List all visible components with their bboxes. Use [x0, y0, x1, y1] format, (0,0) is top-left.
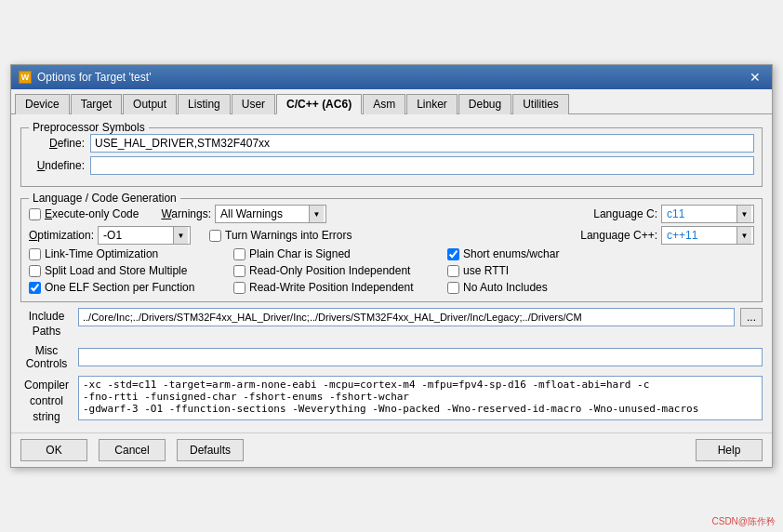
language-group-label: Language / Code Generation — [29, 192, 180, 205]
read-write-pos-label: Read-Write Position Independent — [249, 281, 414, 294]
misc-controls-input[interactable] — [78, 348, 763, 366]
tab-target[interactable]: Target — [71, 94, 122, 114]
cancel-button[interactable]: Cancel — [99, 439, 166, 461]
plain-char-input[interactable] — [233, 248, 246, 260]
undefine-input[interactable] — [90, 156, 754, 175]
optimization-row: Optimization: -O1 ▼ — [29, 226, 191, 245]
include-paths-label: IncludePaths — [20, 308, 73, 339]
window-title: Options for Target 'test' — [37, 71, 151, 84]
defaults-button[interactable]: Defaults — [177, 439, 244, 461]
watermark: CSDN@陈作矜 — [712, 515, 776, 528]
include-paths-input[interactable] — [78, 308, 735, 326]
define-input[interactable] — [90, 134, 754, 153]
no-auto-includes-input[interactable] — [447, 282, 459, 294]
one-elf-checkbox[interactable]: One ELF Section per Function — [29, 281, 215, 294]
turn-warnings-checkbox[interactable]: Turn Warnings into Errors — [209, 229, 352, 242]
tab-asm[interactable]: Asm — [363, 94, 405, 114]
lang-cpp-value: c++11 — [664, 229, 737, 242]
lang-cpp-row: Language C++: c++11 ▼ — [580, 226, 754, 245]
use-rtti-label: use RTTI — [463, 264, 509, 277]
tab-cpp-ac6[interactable]: C/C++ (AC6) — [276, 94, 362, 114]
warnings-combo-arrow: ▼ — [309, 206, 324, 222]
use-rtti-input[interactable] — [447, 265, 459, 277]
read-write-pos-checkbox[interactable]: Read-Write Position Independent — [233, 281, 429, 294]
title-bar-left: W Options for Target 'test' — [19, 71, 151, 84]
link-time-opt-checkbox[interactable]: Link-Time Optimization — [29, 247, 215, 260]
compiler-string-row: Compilercontrolstring -xc -std=c11 -targ… — [20, 376, 763, 424]
read-only-pos-checkbox[interactable]: Read-Only Position Independent — [233, 264, 429, 277]
close-button[interactable]: ✕ — [746, 70, 764, 85]
tab-linker[interactable]: Linker — [406, 94, 458, 114]
include-paths-browse-button[interactable]: ... — [740, 308, 763, 326]
execute-only-input[interactable] — [29, 208, 41, 220]
lang-cpp-label: Language C++: — [580, 229, 657, 242]
short-enums-checkbox[interactable]: Short enums/wchar — [447, 247, 754, 260]
one-elf-input[interactable] — [29, 282, 41, 294]
read-only-pos-label: Read-Only Position Independent — [249, 264, 410, 277]
no-auto-includes-checkbox[interactable]: No Auto Includes — [447, 281, 754, 294]
turn-warnings-row: Turn Warnings into Errors — [209, 229, 352, 242]
lang-c-combo-arrow: ▼ — [737, 206, 751, 222]
tab-listing[interactable]: Listing — [178, 94, 231, 114]
tab-debug[interactable]: Debug — [458, 94, 511, 114]
tab-output[interactable]: Output — [123, 94, 177, 114]
lang-c-value: c11 — [664, 207, 737, 220]
short-enums-label: Short enums/wchar — [463, 247, 559, 260]
optimization-label: Optimization: — [29, 229, 94, 242]
split-load-store-label: Split Load and Store Multiple — [45, 264, 187, 277]
preprocessor-group-label: Preprocessor Symbols — [29, 121, 149, 134]
no-auto-includes-label: No Auto Includes — [463, 281, 548, 294]
warnings-combo[interactable]: All Warnings ▼ — [215, 205, 326, 223]
turn-warnings-input[interactable] — [209, 230, 221, 242]
lang-row2: Optimization: -O1 ▼ Turn Warnings into E… — [29, 226, 754, 245]
warnings-label: Warnings: — [161, 207, 211, 220]
checkboxes-col-middle: Plain Char is Signed Read-Only Position … — [233, 247, 429, 294]
lang-cpp-combo-arrow: ▼ — [737, 227, 751, 244]
misc-controls-label: MiscControls — [20, 344, 73, 370]
execute-only-checkbox[interactable]: Execute-only Code — [29, 207, 139, 220]
optimization-combo-arrow: ▼ — [173, 227, 188, 244]
warnings-row: Warnings: All Warnings ▼ — [161, 205, 326, 223]
split-load-store-input[interactable] — [29, 265, 41, 277]
footer: OK Cancel Defaults Help CSDN@陈作矜 — [11, 432, 772, 467]
misc-controls-row: MiscControls — [20, 344, 763, 370]
ok-button[interactable]: OK — [20, 439, 87, 461]
lang-c-label: Language C: — [593, 207, 657, 220]
optimization-value: -O1 — [100, 229, 173, 242]
checkboxes-row: Link-Time Optimization Split Load and St… — [29, 247, 754, 294]
lang-c-combo[interactable]: c11 ▼ — [661, 205, 754, 223]
read-only-pos-input[interactable] — [233, 265, 246, 277]
compiler-string-label: Compilercontrolstring — [20, 376, 73, 424]
warnings-value: All Warnings — [218, 207, 309, 220]
link-time-opt-input[interactable] — [29, 248, 41, 260]
tab-utilities[interactable]: Utilities — [512, 94, 569, 114]
lang-row1: Execute-only Code Warnings: All Warnings… — [29, 205, 754, 223]
lang-c-row: Language C: c11 ▼ — [593, 205, 754, 223]
optimization-combo[interactable]: -O1 ▼ — [98, 226, 191, 245]
use-rtti-checkbox[interactable]: use RTTI — [447, 264, 754, 277]
main-window: W Options for Target 'test' ✕ Device Tar… — [10, 64, 773, 468]
execute-only-label: Execute-only Code — [45, 207, 139, 220]
lang-cpp-combo[interactable]: c++11 ▼ — [661, 226, 754, 245]
checkboxes-col-left: Link-Time Optimization Split Load and St… — [29, 247, 215, 294]
undefine-label: Undefine: — [29, 159, 85, 172]
read-write-pos-input[interactable] — [233, 282, 246, 294]
tab-device[interactable]: Device — [15, 94, 70, 114]
link-time-opt-label: Link-Time Optimization — [45, 247, 158, 260]
tabs-bar: Device Target Output Listing User C/C++ … — [11, 89, 772, 114]
undefine-row: Undefine: — [29, 156, 754, 175]
one-elf-label: One ELF Section per Function — [45, 281, 194, 294]
plain-char-checkbox[interactable]: Plain Char is Signed — [233, 247, 429, 260]
turn-warnings-label: Turn Warnings into Errors — [225, 229, 352, 242]
include-paths-row: IncludePaths ... — [20, 308, 763, 339]
split-load-store-checkbox[interactable]: Split Load and Store Multiple — [29, 264, 215, 277]
main-content: Preprocessor Symbols Define: Undefine: L… — [11, 114, 772, 432]
app-icon: W — [19, 71, 32, 84]
help-button[interactable]: Help — [696, 439, 763, 461]
short-enums-input[interactable] — [447, 248, 459, 260]
preprocessor-group: Preprocessor Symbols Define: Undefine: — [20, 127, 763, 187]
tab-user[interactable]: User — [232, 94, 275, 114]
plain-char-label: Plain Char is Signed — [249, 247, 351, 260]
compiler-string-textarea[interactable]: -xc -std=c11 -target=arm-arm-none-eabi -… — [78, 376, 763, 420]
title-bar: W Options for Target 'test' ✕ — [11, 65, 772, 89]
